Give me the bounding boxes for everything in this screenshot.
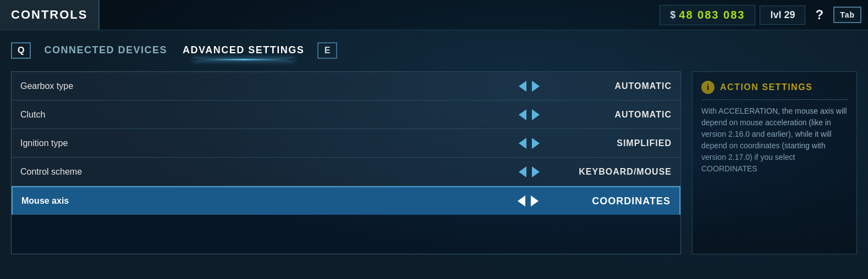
setting-label-control-scheme: Control scheme bbox=[20, 167, 519, 177]
tab-advanced-settings[interactable]: ADVANCED SETTINGS bbox=[180, 40, 306, 60]
currency-value: 48 083 083 bbox=[679, 9, 745, 21]
level-display: lvl 29 bbox=[760, 5, 805, 25]
setting-label-gearbox-type: Gearbox type bbox=[20, 81, 519, 91]
nav-key-q[interactable]: Q bbox=[11, 42, 31, 59]
app-title: CONTROLS bbox=[11, 8, 87, 22]
currency-symbol: $ bbox=[670, 9, 675, 21]
setting-value-mouse-axis: COORDINATES bbox=[561, 196, 671, 207]
setting-row-gearbox-type[interactable]: Gearbox typeAUTOMATIC bbox=[12, 72, 680, 101]
currency-display: $ 48 083 083 bbox=[660, 5, 755, 25]
settings-list: Gearbox typeAUTOMATICClutchAUTOMATICIgni… bbox=[11, 71, 681, 254]
setting-label-mouse-axis: Mouse axis bbox=[21, 196, 518, 206]
tab-key-button[interactable]: Tab bbox=[833, 7, 861, 23]
setting-row-ignition-type[interactable]: Ignition typeSIMPLIFIED bbox=[12, 129, 680, 158]
setting-row-mouse-axis[interactable]: Mouse axisCOORDINATES bbox=[12, 186, 680, 215]
arrow-left-gearbox-type[interactable] bbox=[519, 81, 526, 92]
arrow-right-gearbox-type[interactable] bbox=[532, 81, 540, 92]
app-title-container: CONTROLS bbox=[0, 0, 100, 30]
arrow-right-mouse-axis[interactable] bbox=[531, 196, 539, 207]
setting-label-ignition-type: Ignition type bbox=[20, 138, 519, 148]
arrow-controls-gearbox-type bbox=[519, 81, 540, 92]
tab-connected-devices[interactable]: CONNECTED DEVICES bbox=[42, 40, 169, 60]
arrow-controls-mouse-axis bbox=[518, 196, 539, 207]
arrow-right-ignition-type[interactable] bbox=[532, 138, 540, 149]
help-button[interactable]: ? bbox=[810, 5, 829, 25]
panel-title: ACTION SETTINGS bbox=[720, 82, 812, 92]
arrow-controls-ignition-type bbox=[519, 138, 540, 149]
nav-key-e[interactable]: E bbox=[317, 42, 337, 59]
setting-row-clutch[interactable]: ClutchAUTOMATIC bbox=[12, 101, 680, 129]
info-icon: i bbox=[701, 81, 715, 94]
setting-value-ignition-type: SIMPLIFIED bbox=[562, 138, 672, 148]
arrow-controls-clutch bbox=[519, 109, 540, 120]
arrow-controls-control-scheme bbox=[519, 166, 540, 177]
panel-description: With ACCELERATION, the mouse axis will d… bbox=[701, 105, 848, 175]
setting-row-control-scheme[interactable]: Control schemeKEYBOARD/MOUSE bbox=[12, 158, 680, 186]
arrow-left-mouse-axis[interactable] bbox=[518, 196, 525, 207]
nav-area: Q CONNECTED DEVICES ADVANCED SETTINGS E bbox=[0, 30, 868, 60]
arrow-right-control-scheme[interactable] bbox=[532, 166, 540, 177]
header: CONTROLS $ 48 083 083 lvl 29 ? Tab bbox=[0, 0, 868, 30]
setting-value-gearbox-type: AUTOMATIC bbox=[562, 81, 672, 91]
action-settings-panel: i ACTION SETTINGS With ACCELERATION, the… bbox=[692, 71, 857, 254]
setting-value-control-scheme: KEYBOARD/MOUSE bbox=[562, 167, 672, 177]
setting-label-clutch: Clutch bbox=[20, 110, 519, 120]
panel-header: i ACTION SETTINGS bbox=[701, 81, 848, 100]
arrow-left-ignition-type[interactable] bbox=[519, 138, 526, 149]
arrow-left-control-scheme[interactable] bbox=[519, 166, 526, 177]
setting-value-clutch: AUTOMATIC bbox=[562, 110, 672, 120]
arrow-left-clutch[interactable] bbox=[519, 109, 526, 120]
main-content: Gearbox typeAUTOMATICClutchAUTOMATICIgni… bbox=[0, 60, 868, 265]
header-right: $ 48 083 083 lvl 29 ? Tab bbox=[660, 5, 861, 25]
arrow-right-clutch[interactable] bbox=[532, 109, 540, 120]
